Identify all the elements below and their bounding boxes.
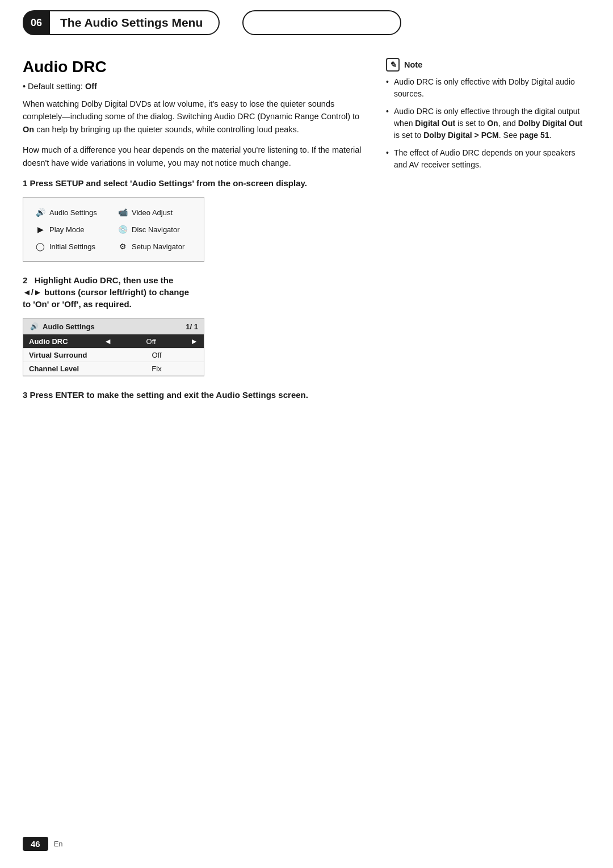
default-setting-value: Off xyxy=(85,82,97,91)
screen-menu-grid: 🔊 Audio Settings 📹 Video Adjust ▶ Play M… xyxy=(35,207,192,252)
right-column: ✎ Note Audio DRC is only effective with … xyxy=(386,58,590,401)
channel-level-label: Channel Level xyxy=(29,364,112,373)
header-right-decoration xyxy=(242,10,401,35)
menu-item-initial-settings: ◯ Initial Settings xyxy=(35,241,110,252)
menu-item-video-adjust: 📹 Video Adjust xyxy=(117,207,192,218)
left-column: Audio DRC Default setting: Off When watc… xyxy=(23,58,386,401)
note-bullets: Audio DRC is only effective with Dolby D… xyxy=(386,76,590,171)
step3-heading: 3 Press ENTER to make the setting and ex… xyxy=(23,389,363,401)
screen-menu: 🔊 Audio Settings 📹 Video Adjust ▶ Play M… xyxy=(23,197,204,262)
page-number: 46 xyxy=(23,837,48,851)
table-row-audio-drc: Audio DRC ◄ Off ► xyxy=(23,334,204,349)
arrow-right: ► xyxy=(190,337,198,346)
chapter-number: 06 xyxy=(23,10,50,35)
disc-navigator-icon: 💿 xyxy=(117,224,128,235)
menu-label-disc-navigator: Disc Navigator xyxy=(132,225,180,234)
note-title: Note xyxy=(404,60,422,69)
play-mode-icon: ▶ xyxy=(35,224,46,235)
page-language: En xyxy=(54,840,63,848)
menu-label-initial-settings: Initial Settings xyxy=(49,242,95,251)
channel-level-value: Fix xyxy=(115,364,198,373)
table-header-label: Audio Settings xyxy=(43,322,95,331)
audio-settings-icon: 🔊 xyxy=(35,207,46,218)
video-adjust-icon: 📹 xyxy=(117,207,128,218)
audio-drc-value: Off xyxy=(115,337,187,346)
settings-table: 🔊 Audio Settings 1/ 1 Audio DRC ◄ Off ► … xyxy=(23,318,204,376)
page-header: 06 The Audio Settings Menu xyxy=(0,0,613,35)
body-paragraph-1: When watching Dolby Digital DVDs at low … xyxy=(23,98,363,136)
table-row-channel-level: Channel Level Fix xyxy=(23,362,204,376)
body-paragraph-2: How much of a difference you hear depend… xyxy=(23,144,363,169)
audio-drc-label: Audio DRC xyxy=(29,337,100,346)
settings-table-header: 🔊 Audio Settings 1/ 1 xyxy=(23,318,204,334)
initial-settings-icon: ◯ xyxy=(35,241,46,252)
menu-item-audio-settings: 🔊 Audio Settings xyxy=(35,207,110,218)
table-header-page: 1/ 1 xyxy=(186,322,198,331)
note-bullet-3: The effect of Audio DRC depends on your … xyxy=(386,147,590,171)
note-icon: ✎ xyxy=(386,58,400,72)
chapter-title: The Audio Settings Menu xyxy=(50,10,220,35)
menu-item-disc-navigator: 💿 Disc Navigator xyxy=(117,224,192,235)
note-box: ✎ Note Audio DRC is only effective with … xyxy=(386,58,590,171)
step2-heading: 2 Highlight Audio DRC, then use the◄/► b… xyxy=(23,274,363,310)
menu-label-video-adjust: Video Adjust xyxy=(132,208,173,217)
note-header: ✎ Note xyxy=(386,58,590,72)
table-row-virtual-surround: Virtual Surround Off xyxy=(23,349,204,362)
arrow-left: ◄ xyxy=(104,337,112,346)
main-content: Audio DRC Default setting: Off When watc… xyxy=(0,35,613,401)
default-setting: Default setting: Off xyxy=(23,82,363,91)
setup-navigator-icon: ⚙ xyxy=(117,241,128,252)
menu-label-play-mode: Play Mode xyxy=(49,225,84,234)
page-footer: 46 En xyxy=(23,837,590,851)
virtual-surround-value: Off xyxy=(115,351,198,359)
note-bullet-2: Audio DRC is only effective through the … xyxy=(386,106,590,141)
menu-label-setup-navigator: Setup Navigator xyxy=(132,242,184,251)
step1-heading: 1 Press SETUP and select 'Audio Settings… xyxy=(23,177,363,189)
section-title: Audio DRC xyxy=(23,58,363,76)
menu-item-setup-navigator: ⚙ Setup Navigator xyxy=(117,241,192,252)
table-header-icon: 🔊 xyxy=(29,321,39,332)
menu-item-play-mode: ▶ Play Mode xyxy=(35,224,110,235)
note-bullet-1: Audio DRC is only effective with Dolby D… xyxy=(386,76,590,100)
virtual-surround-label: Virtual Surround xyxy=(29,351,112,359)
default-setting-label: Default setting: xyxy=(28,82,83,91)
menu-label-audio-settings: Audio Settings xyxy=(49,208,97,217)
